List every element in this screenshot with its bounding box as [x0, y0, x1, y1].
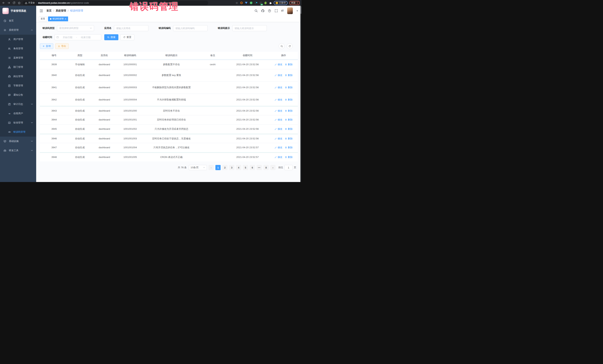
sidebar-collapse-icon[interactable]	[39, 9, 43, 13]
reset-button[interactable]: 重置	[120, 34, 134, 40]
extension-icon-gem[interactable]	[245, 1, 248, 4]
avatar-caret-icon[interactable]: ▼	[296, 10, 298, 12]
delete-link[interactable]: 删除	[285, 98, 293, 101]
delete-link[interactable]: 删除	[285, 155, 293, 159]
error-msg-input[interactable]	[232, 25, 267, 31]
sidebar-item-roles[interactable]: 角色管理	[0, 44, 36, 53]
delete-link[interactable]: 删除	[285, 63, 293, 66]
edit-link[interactable]: 修改	[275, 118, 282, 121]
profile-paused-badge[interactable]: 已暂停	[274, 1, 288, 5]
edit-link[interactable]: 修改	[275, 127, 282, 131]
sidebar-item-devtools[interactable]: 研发工具	[0, 146, 36, 155]
sidebar-item-announcements[interactable]: 通知公告	[0, 90, 36, 99]
chevron-down-icon	[31, 104, 33, 105]
page-button-1[interactable]: 1	[215, 165, 220, 170]
delete-link[interactable]: 删除	[285, 137, 293, 141]
delete-link[interactable]: 删除	[285, 127, 293, 131]
delete-link[interactable]: 删除	[285, 86, 293, 89]
show-search-icon[interactable]	[279, 43, 285, 49]
more-pages-button[interactable]: •••	[257, 165, 262, 170]
export-button[interactable]: 导出	[55, 43, 69, 49]
start-date-input[interactable]	[60, 36, 75, 39]
sidebar-item-menus[interactable]: 菜单管理	[0, 53, 36, 62]
bookmark-star-icon[interactable]: ☆	[236, 1, 238, 5]
breadcrumb-system[interactable]: 系统管理	[56, 9, 66, 12]
edit-link[interactable]: 修改	[275, 155, 282, 159]
trash-icon	[285, 138, 287, 140]
extension-icon-ring[interactable]	[240, 1, 243, 4]
next-page-button[interactable]: ›	[270, 165, 276, 170]
extension-icon-grid[interactable]	[254, 1, 257, 4]
forward-icon[interactable]	[7, 1, 10, 5]
search-icon[interactable]	[255, 9, 258, 12]
error-type-select[interactable]: 请选择错误码类型	[57, 25, 94, 31]
page-button-4[interactable]: 4	[236, 165, 241, 170]
table-row: 3946自动生成dashboard1001001003定时任务已经处于该状态，无…	[40, 134, 298, 143]
page-button-8[interactable]: 8	[264, 165, 269, 170]
date-range-picker[interactable]: -	[55, 34, 101, 40]
edit-link[interactable]: 修改	[275, 63, 282, 66]
browser-update-button[interactable]: 更新	[290, 1, 300, 5]
security-warning[interactable]: 不安全	[25, 1, 35, 4]
app-logo[interactable]: 芋道管理系统	[0, 6, 36, 16]
address-bar[interactable]: 不安全 dashboard.yudao.iocoder.cn/system/er…	[23, 1, 208, 5]
breadcrumb-home[interactable]: 首页	[46, 9, 52, 12]
table-row: 3940自动生成dashboard1001000002参数配置 key 重复20…	[40, 69, 298, 81]
extension-icon-leaf[interactable]	[264, 1, 267, 4]
delete-link[interactable]: 删除	[285, 109, 293, 113]
sidebar-item-infrastructure[interactable]: 基础设施	[0, 137, 36, 146]
reload-icon[interactable]	[12, 1, 16, 5]
fullscreen-icon[interactable]	[275, 9, 278, 12]
page-button-5[interactable]: 5	[243, 165, 248, 170]
tag-close-icon[interactable]	[65, 18, 66, 20]
tag-home[interactable]: 首页	[39, 16, 47, 21]
page-scrollbar[interactable]	[300, 6, 302, 182]
sidebar-item-sms[interactable]: 短信管理	[0, 118, 36, 127]
edit-link[interactable]: 修改	[275, 98, 282, 101]
app-name-input[interactable]	[114, 25, 149, 31]
edit-link[interactable]: 修改	[275, 73, 282, 77]
help-icon[interactable]	[268, 9, 271, 12]
page-size-select[interactable]: 10条/页	[189, 165, 207, 170]
sidebar-item-online-users[interactable]: ∞ 在线用户	[0, 109, 36, 118]
page-button-3[interactable]: 3	[229, 165, 234, 170]
page-button-6[interactable]: 6	[250, 165, 255, 170]
goto-page-input[interactable]	[284, 165, 293, 170]
edit-link[interactable]: 修改	[275, 86, 282, 89]
github-icon[interactable]	[261, 9, 264, 12]
scrollbar-thumb[interactable]	[300, 6, 302, 14]
user-avatar[interactable]	[287, 7, 293, 14]
tag-error-code[interactable]: 错误码管理	[48, 16, 68, 21]
prev-page-button[interactable]: ‹	[209, 165, 214, 170]
add-button[interactable]: 新增	[40, 43, 53, 49]
sidebar-item-users[interactable]: 用户管理	[0, 35, 36, 44]
end-date-input[interactable]	[78, 36, 93, 39]
delete-link[interactable]: 删除	[285, 73, 293, 77]
edit-link[interactable]: 修改	[275, 137, 282, 141]
refresh-table-icon[interactable]	[287, 43, 293, 49]
sidebar-item-dictionary[interactable]: 字典管理	[0, 81, 36, 90]
error-code-input[interactable]	[173, 25, 208, 31]
extension-icon-lines[interactable]: on	[259, 1, 262, 4]
page-button-2[interactable]: 2	[222, 165, 227, 170]
extension-icon-v[interactable]: V	[250, 1, 253, 4]
sidebar-item-audit-log[interactable]: 审计日志	[0, 99, 36, 109]
chevron-down-icon	[203, 167, 205, 168]
emoji-face-icon	[276, 2, 278, 4]
edit-link[interactable]: 修改	[275, 109, 282, 113]
sidebar-item-posts[interactable]: 岗位管理	[0, 72, 36, 81]
table-row: 3944自动生成dashboard1001001001定时任务的处理器已经存在2…	[40, 115, 298, 124]
home-icon[interactable]	[17, 1, 21, 5]
font-size-icon[interactable]: tT	[281, 9, 284, 12]
extensions-puzzle-icon[interactable]	[269, 1, 272, 4]
sidebar-item-error-code[interactable]: </> 错误码管理	[0, 127, 36, 137]
sidebar-item-system[interactable]: 系统管理	[0, 25, 36, 35]
sidebar-item-home[interactable]: 首页	[0, 16, 36, 25]
sidebar-item-departments[interactable]: 部门管理	[0, 62, 36, 72]
delete-link[interactable]: 删除	[285, 146, 293, 149]
table-row: 3942自动生成dashboard1001000004不允许获取敏感配置到前端2…	[40, 94, 298, 106]
delete-link[interactable]: 删除	[285, 118, 293, 121]
back-icon[interactable]	[2, 1, 5, 5]
edit-link[interactable]: 修改	[275, 146, 282, 149]
search-button[interactable]: 搜索	[104, 34, 118, 40]
